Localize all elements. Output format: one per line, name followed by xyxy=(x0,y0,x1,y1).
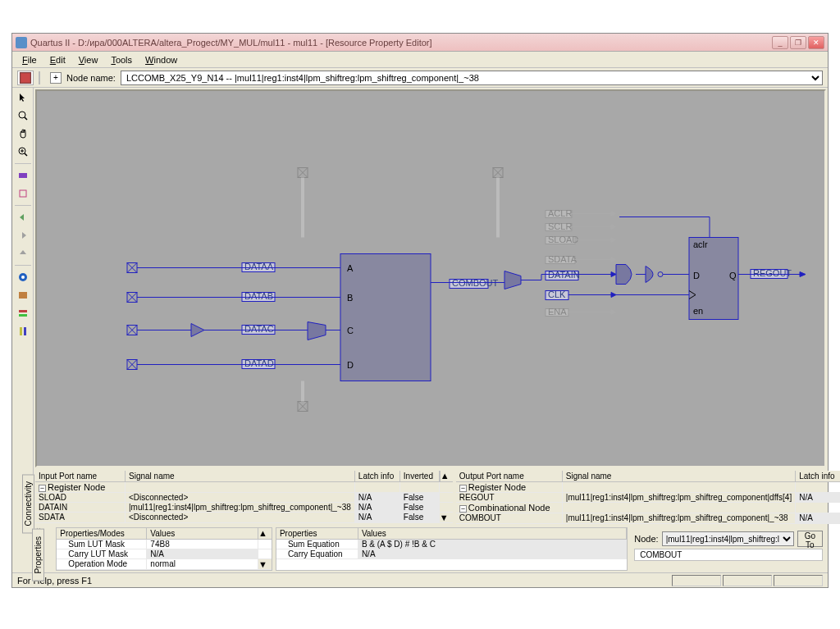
goto-button[interactable]: Go To xyxy=(797,531,823,547)
menu-file[interactable]: File xyxy=(16,53,43,66)
svg-text:D: D xyxy=(693,271,700,280)
node-select[interactable]: |mul11|reg1:inst4|lpm_shiftreg:l xyxy=(662,531,794,546)
tool-f[interactable] xyxy=(15,323,31,340)
svg-text:ACLR: ACLR xyxy=(548,208,572,218)
svg-text:DATAB: DATAB xyxy=(244,291,273,301)
svg-text:aclr: aclr xyxy=(693,239,708,249)
svg-rect-0 xyxy=(21,72,31,83)
svg-rect-8 xyxy=(20,190,26,197)
node-name-select[interactable]: LCCOMB_X25_Y9_N14 -- |mul11|reg1:inst4|l… xyxy=(121,71,823,85)
svg-rect-11 xyxy=(19,292,27,299)
svg-rect-7 xyxy=(19,173,27,178)
svg-rect-15 xyxy=(24,327,26,335)
tool-a[interactable] xyxy=(15,167,31,184)
svg-text:B: B xyxy=(347,293,353,303)
svg-rect-12 xyxy=(19,310,27,312)
zoom-tool[interactable] xyxy=(15,107,31,124)
tool-b[interactable] xyxy=(15,185,31,202)
divider xyxy=(15,265,31,266)
statusbar: For Help, press F1 xyxy=(12,572,828,587)
svg-text:DATAD: DATAD xyxy=(244,358,274,368)
close-button[interactable]: ✕ xyxy=(808,36,824,49)
svg-rect-14 xyxy=(20,327,22,335)
svg-point-79 xyxy=(658,272,663,277)
svg-text:DATAA: DATAA xyxy=(244,262,274,271)
divider xyxy=(15,205,31,206)
zoom-fit-tool[interactable] xyxy=(15,144,31,160)
menu-edit[interactable]: Edit xyxy=(43,53,72,66)
equations-table[interactable]: Properties Values Sum EquationB & (A $ D… xyxy=(276,527,628,571)
forward-tool[interactable] xyxy=(15,227,31,244)
svg-text:D: D xyxy=(347,360,354,370)
svg-text:SDATA: SDATA xyxy=(548,254,578,264)
menubar: File Edit View Tools Window xyxy=(12,52,828,68)
schematic-canvas[interactable]: A B C D aclr D Q en xyxy=(35,89,826,467)
status-help: For Help, press F1 xyxy=(17,576,92,586)
svg-line-2 xyxy=(25,117,27,120)
toolbar-icon[interactable] xyxy=(17,71,34,85)
menu-window[interactable]: Window xyxy=(139,53,184,66)
node-label: Node: xyxy=(634,534,658,544)
svg-point-10 xyxy=(21,276,25,279)
pointer-tool[interactable] xyxy=(15,89,31,106)
svg-text:ENA: ENA xyxy=(548,307,567,317)
menu-view[interactable]: View xyxy=(72,53,105,66)
svg-text:DATAC: DATAC xyxy=(244,324,274,334)
output-ports-table[interactable]: Output Port name Signal name Latch info … xyxy=(456,471,840,524)
expand-button[interactable]: + xyxy=(50,72,62,84)
svg-text:en: en xyxy=(693,306,703,316)
titlebar: Quartus II - D:/ира/000ALTERA/altera_Pro… xyxy=(12,34,828,52)
up-tool[interactable] xyxy=(15,245,31,262)
connectivity-tab[interactable]: Connectivity xyxy=(22,474,34,533)
svg-line-6 xyxy=(25,153,27,156)
svg-rect-13 xyxy=(19,314,27,317)
combout-display: COMBOUT xyxy=(634,549,823,561)
svg-text:Q: Q xyxy=(729,271,737,280)
node-name-label: Node name: xyxy=(66,73,116,83)
svg-text:SLOAD: SLOAD xyxy=(548,235,578,244)
separator xyxy=(39,71,45,84)
svg-text:SCLR: SCLR xyxy=(548,221,572,231)
tool-d[interactable] xyxy=(15,287,31,303)
app-icon xyxy=(16,37,27,48)
back-tool[interactable] xyxy=(15,209,31,226)
svg-rect-16 xyxy=(340,254,431,381)
properties-modes-table[interactable]: Properties/Modes Values ▲ Sum LUT Mask74… xyxy=(56,527,272,571)
svg-text:A: A xyxy=(347,263,354,273)
minimize-button[interactable]: _ xyxy=(772,36,788,49)
input-ports-table[interactable]: Input Port name Signal name Latch info I… xyxy=(35,471,453,524)
node-toolbar: + Node name: LCCOMB_X25_Y9_N14 -- |mul11… xyxy=(12,68,828,88)
tool-c[interactable] xyxy=(15,269,31,285)
node-goto-panel: Node: |mul11|reg1:inst4|lpm_shiftreg:l G… xyxy=(631,527,826,571)
hand-tool[interactable] xyxy=(15,125,31,142)
svg-text:C: C xyxy=(347,326,354,335)
svg-text:REGOUT: REGOUT xyxy=(753,268,792,278)
properties-tab[interactable]: Properties xyxy=(32,529,44,581)
window-title: Quartus II - D:/ира/000ALTERA/altera_Pro… xyxy=(30,38,772,48)
divider xyxy=(15,163,31,164)
maximize-button[interactable]: ❐ xyxy=(790,36,806,49)
svg-point-1 xyxy=(19,112,25,118)
svg-text:CLK: CLK xyxy=(548,289,566,299)
tool-e[interactable] xyxy=(15,305,31,321)
menu-tools[interactable]: Tools xyxy=(104,53,139,66)
